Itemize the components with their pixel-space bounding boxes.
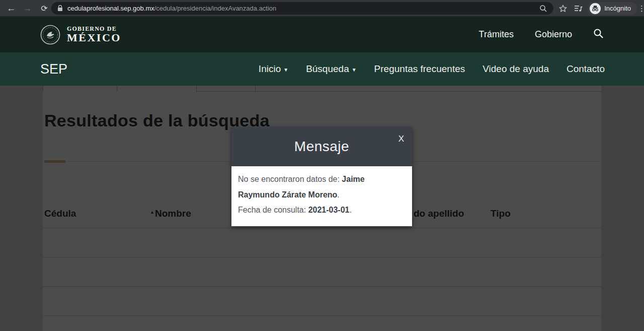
no-results-message: No se encontraron datos de: JaimeRaymund… — [238, 172, 405, 203]
nav-item-preguntas-frecuentes[interactable]: Preguntas frecuentes — [374, 63, 465, 75]
gobmx-seal-icon — [40, 25, 60, 45]
search-icon[interactable] — [593, 28, 604, 41]
forward-button[interactable]: → — [20, 0, 34, 17]
incognito-icon — [590, 3, 601, 14]
url-domain: cedulaprofesional.sep.gob.mx — [67, 5, 154, 12]
gobmx-logo-text: GOBIERNO DE MÉXICO — [67, 26, 121, 44]
consult-date-message: Fecha de consulta: 2021-03-01. — [238, 203, 405, 218]
incognito-badge: Incógnito — [588, 2, 637, 15]
browser-toolbar: ← → ⟳ cedulaprofesional.sep.gob.mx/cedul… — [0, 0, 644, 17]
chevron-down-icon: ▼ — [283, 67, 288, 73]
nav-item-video-de-ayuda[interactable]: Video de ayuda — [482, 63, 549, 75]
message-modal: Mensaje X No se encontraron datos de: Ja… — [231, 127, 412, 226]
lock-icon — [57, 5, 63, 12]
gov-header: GOBIERNO DE MÉXICO Trámites Gobierno — [0, 17, 644, 52]
nav-item-busqueda[interactable]: Búsqueda▼ — [306, 63, 356, 75]
modal-body: No se encontraron datos de: JaimeRaymund… — [231, 166, 412, 226]
back-button[interactable]: ← — [4, 0, 18, 17]
reload-button[interactable]: ⟳ — [37, 0, 51, 17]
chevron-down-icon: ▼ — [352, 67, 357, 73]
close-icon[interactable]: X — [398, 134, 404, 144]
nav-item-inicio[interactable]: Inicio▼ — [259, 63, 288, 75]
link-tramites[interactable]: Trámites — [479, 29, 514, 40]
sep-brand[interactable]: SEP — [40, 52, 67, 86]
page-zoom-icon[interactable] — [539, 5, 547, 13]
browser-window: ← → ⟳ cedulaprofesional.sep.gob.mx/cedul… — [0, 0, 644, 331]
url-path: /cedula/presidencia/indexAvanzada.action — [154, 5, 277, 12]
incognito-label: Incógnito — [604, 5, 631, 12]
sep-navbar: SEP Inicio▼ Búsqueda▼ Preguntas frecuent… — [0, 52, 644, 86]
modal-title: Mensaje — [294, 139, 349, 155]
media-controls-icon[interactable] — [571, 0, 586, 17]
address-bar[interactable]: cedulaprofesional.sep.gob.mx/cedula/pres… — [51, 2, 553, 15]
bookmark-star-icon[interactable] — [555, 0, 571, 17]
gobmx-logo[interactable]: GOBIERNO DE MÉXICO — [40, 17, 121, 52]
link-gobierno[interactable]: Gobierno — [535, 29, 572, 40]
browser-menu-icon[interactable]: ⋮ — [638, 0, 644, 17]
modal-header: Mensaje X — [231, 127, 412, 166]
nav-item-contacto[interactable]: Contacto — [567, 63, 605, 75]
